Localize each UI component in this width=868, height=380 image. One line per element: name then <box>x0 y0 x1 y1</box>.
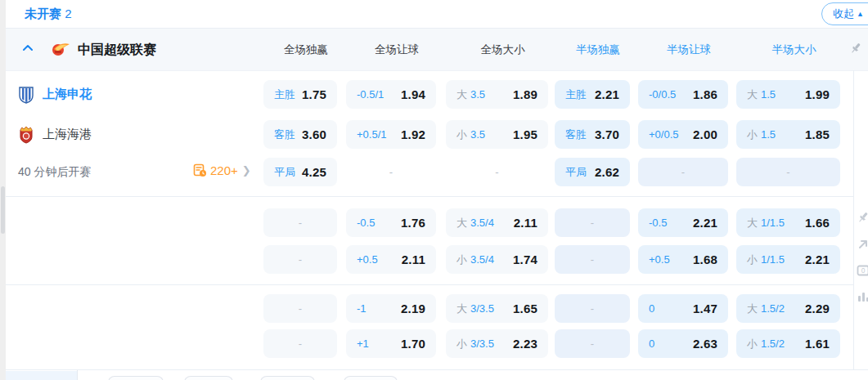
odds-cell[interactable]: 小1.51.85 <box>736 120 840 149</box>
odds-cell[interactable]: +0.5/11.92 <box>346 120 436 149</box>
chevron-up-icon[interactable] <box>23 44 33 51</box>
group-separator <box>6 196 853 197</box>
odds-prefix: 大 <box>456 302 467 316</box>
bottom-tab-stub[interactable] <box>184 376 233 380</box>
odds-cell[interactable]: 平局2.62 <box>555 158 630 186</box>
odds-value: 1.61 <box>805 337 830 351</box>
odds-value: 1.76 <box>401 216 425 230</box>
empty-dash: - <box>299 302 302 315</box>
bar-chart-icon[interactable] <box>857 290 868 303</box>
next-section-left-cell <box>6 371 77 380</box>
odds-cell-empty: - <box>263 208 337 237</box>
column-header: 全场大小 <box>452 42 554 57</box>
odds-prefix: 大 <box>747 87 758 102</box>
empty-dash: - <box>389 166 393 178</box>
odds-value: 1.75 <box>302 87 326 101</box>
odds-label: 3/3.5 <box>470 338 494 350</box>
odds-cell[interactable]: -0/0.51.86 <box>638 80 728 109</box>
home-team-row[interactable]: 上海申花 <box>18 80 92 109</box>
odds-cell-empty: - <box>638 158 728 186</box>
odds-cell[interactable]: 01.47 <box>638 294 728 323</box>
more-markets-link[interactable]: 220+ ❯ <box>193 163 251 177</box>
bottom-tab-stub[interactable] <box>108 376 164 380</box>
odds-cell[interactable]: 主胜2.21 <box>555 80 630 109</box>
odds-cell[interactable]: 大3/3.51.65 <box>446 294 548 323</box>
expand-arrow-icon[interactable] <box>857 238 868 251</box>
odds-cell[interactable]: 小3.5/41.74 <box>446 245 548 274</box>
odds-prefix: 小 <box>747 337 758 351</box>
odds-value: 1.92 <box>401 127 425 141</box>
odds-cell[interactable]: 大1/1.51.66 <box>736 208 840 237</box>
odds-cell[interactable]: 大1.5/22.29 <box>736 294 840 323</box>
column-header[interactable]: 半场大小 <box>742 42 846 57</box>
odds-cell[interactable]: +0/0.52.00 <box>638 120 728 149</box>
odds-cell[interactable]: -0.5/11.94 <box>346 80 436 109</box>
away-team-row[interactable]: 上海海港 <box>18 120 92 149</box>
odds-label: 3.5 <box>470 88 485 101</box>
column-header[interactable]: 半场让球 <box>644 42 734 57</box>
empty-dash: - <box>786 166 789 178</box>
odds-cell[interactable]: 大3.51.89 <box>446 80 548 109</box>
odds-label: +0.5 <box>357 253 378 266</box>
pin-icon[interactable] <box>857 211 868 224</box>
odds-cell-empty: - <box>555 329 630 358</box>
odds-value: 2.21 <box>805 253 830 266</box>
left-scrollbar-thumb[interactable] <box>1 186 5 234</box>
odds-label: -0.5/1 <box>357 88 384 101</box>
odds-value: 1.68 <box>693 253 717 266</box>
chevron-right-icon: ❯ <box>242 164 251 177</box>
odds-cell[interactable]: 小1.5/21.61 <box>736 329 840 358</box>
odds-cell[interactable]: 大1.51.99 <box>736 80 840 109</box>
odds-value: 2.00 <box>693 127 717 141</box>
odds-cell[interactable]: 小1/1.52.21 <box>736 245 840 274</box>
odds-cell[interactable]: -0.52.21 <box>638 208 728 237</box>
odds-cell[interactable]: -0.51.76 <box>346 208 436 237</box>
odds-value: 3.60 <box>302 127 326 141</box>
league-name: 中国超级联赛 <box>78 42 156 59</box>
odds-label: 1.5 <box>761 128 776 141</box>
odds-cell[interactable]: 客胜3.60 <box>263 120 337 149</box>
odds-value: 2.62 <box>595 165 619 179</box>
odds-label: +1 <box>357 338 369 350</box>
odds-cell-empty: - <box>263 294 337 323</box>
odds-cell[interactable]: 平局4.25 <box>263 158 337 186</box>
odds-label: 3/3.5 <box>470 302 494 315</box>
odds-value: 1.95 <box>513 127 537 141</box>
empty-dash: - <box>299 338 302 350</box>
zero-badge-icon[interactable]: 0 <box>857 264 868 277</box>
odds-label: 1/1.5 <box>761 217 785 229</box>
odds-value: 1.74 <box>513 253 537 266</box>
odds-cell[interactable]: 小3/3.52.23 <box>446 329 548 358</box>
odds-label: -1 <box>357 302 367 315</box>
odds-cell[interactable]: 02.63 <box>638 329 728 358</box>
empty-dash: - <box>681 166 685 178</box>
left-scrollbar-track[interactable] <box>0 0 6 380</box>
pin-icon[interactable] <box>849 42 862 55</box>
odds-cell[interactable]: 客胜3.70 <box>555 120 630 149</box>
status-label: 未开赛 <box>25 7 61 20</box>
collapse-button[interactable]: 收起▲ <box>821 2 868 25</box>
markets-count-icon <box>193 163 207 177</box>
odds-cell[interactable]: 小3.51.95 <box>446 120 548 149</box>
odds-value: 1.99 <box>805 87 830 101</box>
odds-cell[interactable]: 主胜1.75 <box>263 80 337 109</box>
odds-label: 1/1.5 <box>761 253 785 266</box>
empty-dash: - <box>591 253 594 266</box>
odds-label: 3.5/4 <box>470 253 494 266</box>
odds-cell-empty: - <box>555 294 630 323</box>
status-count: 2 <box>65 7 71 20</box>
odds-cell-empty: - <box>263 329 337 358</box>
odds-cell[interactable]: +11.70 <box>346 329 436 358</box>
odds-label: 1.5/2 <box>761 302 785 315</box>
bottom-tab-stub[interactable] <box>260 376 315 380</box>
odds-prefix: 小 <box>747 253 758 267</box>
odds-cell[interactable]: -12.19 <box>346 294 436 323</box>
odds-label: 平局 <box>274 165 295 180</box>
odds-cell[interactable]: 大3.5/42.11 <box>446 208 548 237</box>
odds-cell[interactable]: +0.51.68 <box>638 245 728 274</box>
status-bar: 未开赛 2 收起▲ <box>6 0 868 29</box>
odds-cell[interactable]: +0.52.11 <box>346 245 436 274</box>
odds-label: -0.5 <box>649 217 667 229</box>
column-header[interactable]: 半场独赢 <box>560 42 636 57</box>
bottom-tab-stub[interactable] <box>344 376 398 380</box>
